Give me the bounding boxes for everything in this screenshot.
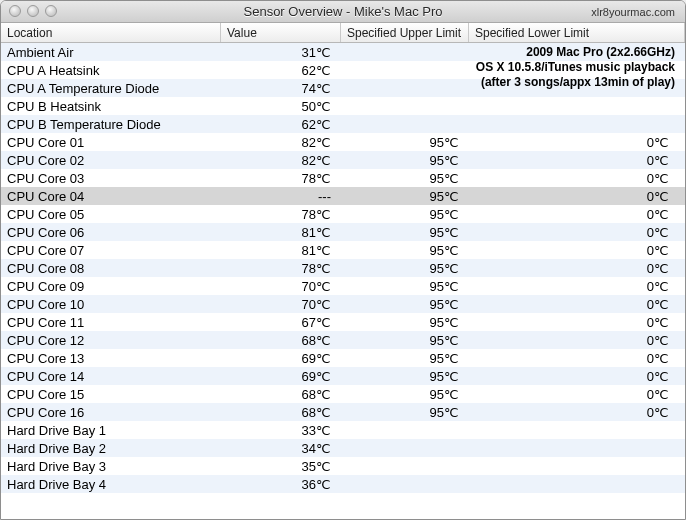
cell-upper-limit: 95℃ [341,405,469,420]
brand-label: xlr8yourmac.com [591,6,675,18]
table-row[interactable]: CPU Core 1070℃95℃0℃ [1,295,685,313]
cell-value: --- [221,189,341,204]
cell-upper-limit: 95℃ [341,261,469,276]
cell-location: CPU A Heatsink [1,63,221,78]
cell-value: 33℃ [221,423,341,438]
cell-value: 34℃ [221,441,341,456]
header-upper-limit[interactable]: Specified Upper Limit [341,23,469,42]
cell-location: CPU Core 02 [1,153,221,168]
table-row[interactable]: CPU Core 0781℃95℃0℃ [1,241,685,259]
cell-value: 68℃ [221,387,341,402]
cell-lower-limit: 0℃ [469,171,685,186]
app-window: Sensor Overview - Mike's Mac Pro xlr8you… [0,0,686,520]
cell-value: 62℃ [221,117,341,132]
cell-lower-limit: 0℃ [469,315,685,330]
traffic-lights [9,5,57,17]
cell-location: Hard Drive Bay 1 [1,423,221,438]
table-row[interactable]: CPU Core 1668℃95℃0℃ [1,403,685,421]
cell-upper-limit: 95℃ [341,153,469,168]
zoom-icon[interactable] [45,5,57,17]
cell-location: CPU Core 04 [1,189,221,204]
cell-upper-limit: 95℃ [341,315,469,330]
table-row[interactable]: CPU Core 1469℃95℃0℃ [1,367,685,385]
table-row[interactable]: CPU Core 0681℃95℃0℃ [1,223,685,241]
cell-upper-limit: 95℃ [341,297,469,312]
table-row[interactable]: CPU B Heatsink50℃ [1,97,685,115]
table-row[interactable]: CPU Core 0578℃95℃0℃ [1,205,685,223]
cell-lower-limit: 0℃ [469,369,685,384]
cell-lower-limit: 0℃ [469,405,685,420]
cell-location: Hard Drive Bay 2 [1,441,221,456]
cell-value: 74℃ [221,81,341,96]
cell-location: CPU Core 09 [1,279,221,294]
cell-upper-limit: 95℃ [341,207,469,222]
cell-lower-limit: 0℃ [469,243,685,258]
cell-value: 81℃ [221,243,341,258]
cell-location: CPU Core 14 [1,369,221,384]
cell-value: 81℃ [221,225,341,240]
cell-upper-limit: 95℃ [341,369,469,384]
table-row[interactable]: CPU Core 04---95℃0℃ [1,187,685,205]
table-row[interactable]: CPU Core 0378℃95℃0℃ [1,169,685,187]
table-row[interactable]: Hard Drive Bay 335℃ [1,457,685,475]
titlebar[interactable]: Sensor Overview - Mike's Mac Pro xlr8you… [1,1,685,23]
header-value[interactable]: Value [221,23,341,42]
column-headers: Location Value Specified Upper Limit Spe… [1,23,685,43]
cell-location: CPU B Temperature Diode [1,117,221,132]
cell-location: Ambient Air [1,45,221,60]
cell-value: 67℃ [221,315,341,330]
table-row[interactable]: CPU Core 1268℃95℃0℃ [1,331,685,349]
table-row[interactable]: CPU A Temperature Diode74℃ [1,79,685,97]
cell-value: 62℃ [221,63,341,78]
cell-upper-limit: 95℃ [341,171,469,186]
cell-lower-limit: 0℃ [469,351,685,366]
cell-value: 70℃ [221,279,341,294]
header-lower-limit[interactable]: Specified Lower Limit [469,23,685,42]
cell-location: CPU Core 07 [1,243,221,258]
cell-upper-limit: 95℃ [341,333,469,348]
cell-lower-limit: 0℃ [469,189,685,204]
cell-location: CPU Core 11 [1,315,221,330]
table-row[interactable]: Hard Drive Bay 436℃ [1,475,685,493]
table-row[interactable]: CPU Core 1568℃95℃0℃ [1,385,685,403]
table-row[interactable]: CPU Core 0970℃95℃0℃ [1,277,685,295]
cell-value: 82℃ [221,135,341,150]
cell-lower-limit: 0℃ [469,261,685,276]
table-row[interactable]: CPU Core 1369℃95℃0℃ [1,349,685,367]
minimize-icon[interactable] [27,5,39,17]
cell-value: 69℃ [221,369,341,384]
cell-value: 78℃ [221,261,341,276]
cell-value: 50℃ [221,99,341,114]
window-title: Sensor Overview - Mike's Mac Pro [1,4,685,19]
header-location[interactable]: Location [1,23,221,42]
cell-location: CPU Core 06 [1,225,221,240]
table-row[interactable]: CPU Core 0182℃95℃0℃ [1,133,685,151]
cell-location: CPU Core 08 [1,261,221,276]
table-row[interactable]: CPU Core 0282℃95℃0℃ [1,151,685,169]
cell-upper-limit: 95℃ [341,387,469,402]
cell-location: CPU Core 10 [1,297,221,312]
table-row[interactable]: CPU B Temperature Diode62℃ [1,115,685,133]
table-row[interactable]: Hard Drive Bay 133℃ [1,421,685,439]
cell-lower-limit: 0℃ [469,153,685,168]
cell-upper-limit: 95℃ [341,225,469,240]
cell-location: CPU B Heatsink [1,99,221,114]
cell-location: CPU Core 01 [1,135,221,150]
cell-location: CPU A Temperature Diode [1,81,221,96]
cell-upper-limit: 95℃ [341,189,469,204]
cell-value: 78℃ [221,171,341,186]
cell-location: CPU Core 13 [1,351,221,366]
table-body[interactable]: Ambient Air31℃CPU A Heatsink62℃CPU A Tem… [1,43,685,519]
cell-location: CPU Core 05 [1,207,221,222]
close-icon[interactable] [9,5,21,17]
cell-value: 69℃ [221,351,341,366]
cell-lower-limit: 0℃ [469,387,685,402]
table-row[interactable]: CPU Core 0878℃95℃0℃ [1,259,685,277]
cell-lower-limit: 0℃ [469,207,685,222]
table-row[interactable]: Hard Drive Bay 234℃ [1,439,685,457]
cell-location: CPU Core 15 [1,387,221,402]
table-row[interactable]: CPU A Heatsink62℃ [1,61,685,79]
table-row[interactable]: CPU Core 1167℃95℃0℃ [1,313,685,331]
table-row[interactable]: Ambient Air31℃ [1,43,685,61]
cell-value: 78℃ [221,207,341,222]
